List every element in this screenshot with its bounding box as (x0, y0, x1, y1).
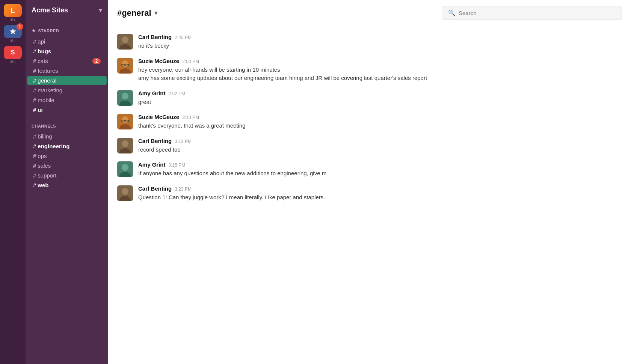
message-time-7: 3:23 PM (175, 187, 192, 192)
message-header-3: Amy Grint 2:52 PM (138, 90, 622, 96)
message-header-4: Suzie McGeuze 3:10 PM (138, 114, 622, 120)
message-header-2: Suzie McGeuze 2:50 PM (138, 58, 622, 64)
channel-item-bugs[interactable]: # bugs (27, 47, 107, 56)
message-time-3: 2:52 PM (169, 91, 186, 96)
message-text-6: If anyone has any questions about the ne… (138, 169, 622, 178)
message-row: Suzie McGeuze 3:10 PM thank's everyone, … (117, 114, 622, 130)
message-author-4: Suzie McGeuze (138, 114, 179, 120)
avatar-amy-2 (117, 161, 133, 177)
message-time-6: 3:15 PM (169, 162, 186, 168)
starred-section: ★ STARRED # api # bugs # cats 2 # (26, 22, 108, 118)
hash-icon-ops: # (33, 153, 36, 159)
avatar-carl-2 (117, 138, 133, 153)
channel-name-billing: # billing (33, 133, 52, 140)
app-icon-2[interactable]: ★ 1 ⌘2 (4, 25, 22, 43)
channel-name-engineering: # engineering (33, 143, 69, 149)
workspace-chevron-icon: ▾ (99, 6, 102, 14)
avatar-svg-carl-2 (117, 138, 133, 153)
channel-item-billing[interactable]: # billing (27, 132, 107, 141)
message-content-3: Amy Grint 2:52 PM great (138, 90, 622, 107)
message-time-4: 3:10 PM (182, 115, 199, 120)
channel-item-engineering[interactable]: # engineering (27, 141, 107, 151)
channel-item-api[interactable]: # api (27, 37, 107, 46)
message-row: Amy Grint 3:15 PM If anyone has any ques… (117, 161, 622, 178)
main-content: #general ▾ 🔍 Carl (108, 0, 631, 364)
channel-name-mobile: # mobile (33, 97, 54, 103)
search-icon: 🔍 (448, 9, 456, 17)
message-content-4: Suzie McGeuze 3:10 PM thank's everyone, … (138, 114, 622, 130)
message-content-2: Suzie McGeuze 2:50 PM hey everyone, our … (138, 58, 622, 83)
unread-badge-cats: 2 (92, 58, 101, 64)
search-input[interactable] (459, 10, 616, 16)
search-bar[interactable]: 🔍 (442, 6, 622, 20)
app-switcher: L ⌘1 ★ 1 ⌘2 S ⌘3 (0, 0, 26, 364)
message-header-6: Amy Grint 3:15 PM (138, 161, 622, 168)
channel-item-cats[interactable]: # cats 2 (27, 56, 107, 66)
channel-name-api: # api (33, 38, 45, 45)
message-text-7: Question 1: Can they juggle work? I mean… (138, 193, 622, 202)
svg-point-19 (122, 140, 128, 147)
svg-point-1 (122, 36, 128, 43)
channel-name-bugs: # bugs (33, 48, 51, 54)
message-time-1: 2:45 PM (175, 35, 192, 40)
message-text-2a: hey everyone, our all-hands will be star… (138, 66, 622, 74)
message-content-1: Carl Benting 2:45 PM no it's becky (138, 34, 622, 50)
message-row: Carl Benting 3:23 PM Question 1: Can the… (117, 185, 622, 202)
message-row: Suzie McGeuze 2:50 PM hey everyone, our … (117, 58, 622, 83)
message-content-7: Carl Benting 3:23 PM Question 1: Can the… (138, 185, 622, 202)
message-header-5: Carl Benting 3:13 PM (138, 138, 622, 144)
chat-header: #general ▾ 🔍 (108, 0, 631, 26)
app-icon-3[interactable]: S ⌘3 (4, 46, 22, 64)
message-time-5: 3:13 PM (175, 139, 192, 144)
avatar-carl-3 (117, 185, 133, 201)
workspace-name: Acme Sites (32, 6, 68, 14)
channel-item-ui[interactable]: # ui (27, 105, 107, 114)
hash-icon-ui: # (33, 107, 36, 113)
app-label-2: ⌘2 (10, 39, 15, 43)
hash-icon-web: # (33, 182, 36, 188)
hash-icon-mobile: # (33, 97, 36, 103)
svg-point-25 (122, 188, 128, 195)
channel-item-sales[interactable]: # sales (27, 161, 107, 170)
channel-item-ops[interactable]: # ops (27, 151, 107, 161)
channel-name-features: # features (33, 68, 58, 74)
channel-item-features[interactable]: # features (27, 66, 107, 75)
channel-title-chevron-icon[interactable]: ▾ (154, 9, 157, 17)
channel-item-web[interactable]: # web (27, 180, 107, 190)
hash-icon-engineering: # (33, 143, 36, 149)
channel-name-web: # web (33, 182, 49, 188)
messages-area: Carl Benting 2:45 PM no it's becky (108, 26, 631, 364)
avatar-svg-suzie-2 (117, 114, 133, 129)
channel-item-general[interactable]: # general (27, 76, 107, 85)
avatar-inner-carl-1 (117, 34, 133, 50)
channel-name-sales: # sales (33, 162, 51, 169)
channel-name-ui: # ui (33, 107, 43, 113)
channel-item-mobile[interactable]: # mobile (27, 95, 107, 105)
star-icon: ★ (32, 28, 36, 33)
message-content-5: Carl Benting 3:13 PM record speed too (138, 138, 622, 154)
avatar-carl-1 (117, 34, 133, 50)
hash-icon-billing: # (33, 133, 36, 140)
app-icon-1[interactable]: L ⌘1 (4, 4, 22, 22)
message-header-7: Carl Benting 3:23 PM (138, 185, 622, 192)
app-label-3: ⌘3 (10, 60, 15, 64)
avatar-svg-suzie-1 (117, 58, 133, 74)
hash-icon-features: # (33, 68, 36, 74)
avatar-svg-carl-1 (117, 34, 133, 50)
app-icon-img-3: S (4, 46, 22, 59)
workspace-header[interactable]: Acme Sites ▾ (26, 0, 108, 22)
message-author-7: Carl Benting (138, 185, 172, 192)
message-author-1: Carl Benting (138, 34, 172, 40)
message-author-2: Suzie McGeuze (138, 58, 179, 64)
channel-title-text: #general (117, 8, 151, 18)
message-text-3: great (138, 98, 622, 107)
avatar-svg-amy-2 (117, 161, 133, 177)
svg-point-22 (122, 164, 128, 171)
message-row: Carl Benting 3:13 PM record speed too (117, 138, 622, 154)
channel-name-marketing: # marketing (33, 87, 62, 93)
message-text-1: no it's becky (138, 42, 622, 50)
channels-section-label: CHANNELS (26, 124, 108, 131)
channel-item-support[interactable]: # support (27, 171, 107, 180)
starred-section-label: ★ STARRED (26, 28, 108, 36)
channel-item-marketing[interactable]: # marketing (27, 86, 107, 95)
